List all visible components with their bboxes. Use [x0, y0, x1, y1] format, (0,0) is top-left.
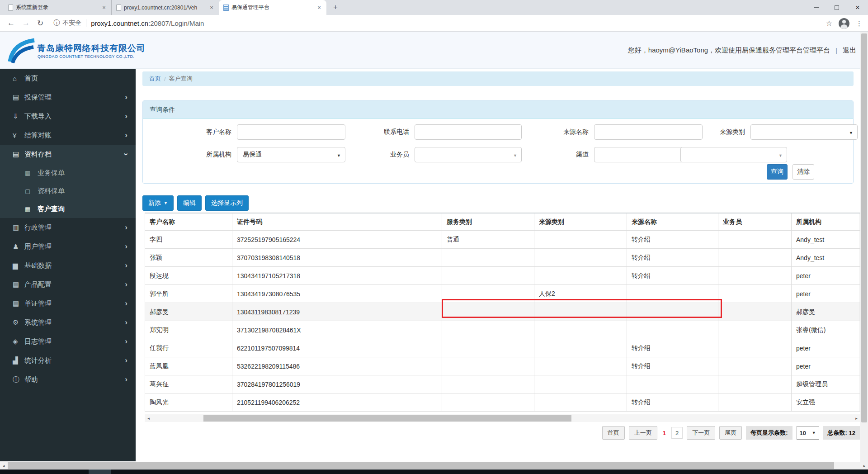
choose-columns-button[interactable]: 选择显示列: [205, 195, 249, 211]
table-row[interactable]: 郑宪明37130219870828461X张睿(微信): [145, 321, 860, 339]
table-row[interactable]: 任我行622101197507099814转介绍peter: [145, 339, 860, 357]
prev-page-button[interactable]: 上一页: [629, 426, 657, 440]
table-cell: [627, 285, 718, 303]
info-icon[interactable]: ⓘ: [53, 19, 60, 27]
url-path[interactable]: :20807/Login/Main: [148, 19, 204, 27]
bookmark-star-icon[interactable]: ☆: [826, 19, 832, 28]
sidebar-item-资料保单[interactable]: ▢资料保单: [0, 182, 136, 200]
reload-icon[interactable]: ↻: [37, 19, 43, 28]
browser-tab[interactable]: 易保通管理平台×: [219, 0, 326, 15]
table-row[interactable]: 郝彦旻130431198308171239郝彦旻: [145, 303, 860, 321]
sidebar-item-用户管理[interactable]: ♟用户管理›: [0, 237, 136, 256]
close-tab-icon[interactable]: ×: [316, 4, 323, 11]
url-host[interactable]: proxy1.countnet.cn: [91, 19, 148, 27]
next-page-button[interactable]: 下一页: [687, 426, 715, 440]
scrollbar-thumb[interactable]: [203, 415, 571, 422]
forward-icon[interactable]: →: [22, 19, 30, 28]
browser-tab[interactable]: proxy1.countnet.cn:20801/Veh×: [111, 0, 219, 15]
scrollbar-thumb[interactable]: [861, 33, 867, 422]
add-button[interactable]: 新添 ▼: [142, 195, 174, 211]
new-tab-button[interactable]: +: [329, 1, 342, 14]
scroll-left-icon[interactable]: ◂: [0, 462, 7, 469]
table-row[interactable]: 张颖370703198308140518转介绍Andy_test: [145, 249, 860, 267]
sidebar-item-产品配置[interactable]: ▤产品配置›: [0, 275, 136, 294]
windows-taskbar[interactable]: [0, 469, 868, 474]
profile-avatar[interactable]: [839, 18, 849, 29]
scrollbar-thumb[interactable]: [8, 462, 834, 469]
table-row[interactable]: 李四372525197905165224普通转介绍Andy_test: [145, 231, 860, 249]
taskbar-app-button[interactable]: [89, 469, 111, 474]
back-icon[interactable]: ←: [7, 19, 15, 28]
page-icon: [8, 5, 13, 11]
product-icon: ▤: [13, 280, 24, 289]
table-row[interactable]: 段运现130434197105217318转介绍peter: [145, 267, 860, 285]
sidebar-item-下载导入[interactable]: ⇓下载导入›: [0, 107, 136, 126]
per-page-select[interactable]: 10 ▼: [797, 426, 819, 440]
sidebar-item-label: 行政管理: [24, 223, 125, 232]
close-window-button[interactable]: ×: [847, 0, 868, 15]
sidebar-item-客户查询[interactable]: ▦客户查询: [0, 200, 136, 218]
channel-label: 渠道: [576, 151, 589, 159]
sidebar-item-基础数据[interactable]: ▆基础数据›: [0, 256, 136, 275]
channel-sub-select[interactable]: ▼: [680, 147, 787, 162]
table-row[interactable]: 郭平所130434197308076535人保2peter: [145, 285, 860, 303]
sidebar-item-投保管理[interactable]: ▤投保管理›: [0, 88, 136, 107]
table-cell: 130431198308171239: [232, 303, 442, 321]
breadcrumb-home-link[interactable]: 首页: [149, 75, 161, 83]
scroll-right-icon[interactable]: ▸: [853, 414, 860, 422]
sidebar-item-label: 资料存档: [24, 150, 125, 159]
sidebar-item-帮助[interactable]: ⓘ帮助›: [0, 370, 136, 389]
sidebar-item-结算对账[interactable]: ¥结算对账›: [0, 126, 136, 145]
sidebar-item-单证管理[interactable]: ▤单证管理›: [0, 294, 136, 313]
table-row[interactable]: 葛兴征370284197801256019超级管理员: [145, 375, 860, 393]
page-2-button[interactable]: 2: [671, 427, 683, 439]
current-page: 1: [661, 430, 667, 436]
maximize-button[interactable]: [826, 0, 847, 15]
search-button[interactable]: 查询: [767, 164, 788, 180]
logout-link[interactable]: 退出: [843, 46, 856, 55]
sidebar-item-资料存档[interactable]: ▤资料存档›: [0, 145, 136, 164]
table-cell: [534, 321, 627, 339]
sidebar-item-label: 结算对账: [24, 131, 125, 140]
policy-file-icon: ▤: [13, 93, 24, 101]
scroll-left-icon[interactable]: ◂: [145, 414, 152, 422]
source-type-label: 来源类别: [720, 128, 745, 136]
sidebar-item-日志管理[interactable]: ◈日志管理›: [0, 332, 136, 351]
help-icon: ⓘ: [13, 375, 24, 384]
clear-button[interactable]: 清除: [793, 164, 814, 180]
table-cell: 安立强: [792, 393, 859, 411]
total-count: 总条数: 12: [823, 426, 860, 440]
table-row[interactable]: 陶风光210521199406206252转介绍安立强: [145, 393, 860, 412]
sidebar-item-行政管理[interactable]: ▥行政管理›: [0, 218, 136, 237]
last-page-button[interactable]: 尾页: [719, 426, 742, 440]
scroll-right-icon[interactable]: ▸: [861, 462, 868, 469]
table-horizontal-scrollbar[interactable]: ◂ ▸: [145, 414, 860, 422]
source-type-select[interactable]: ▼: [750, 124, 858, 140]
sidebar-item-系统管理[interactable]: ⚙系统管理›: [0, 313, 136, 332]
sidebar-item-统计分析[interactable]: ▟统计分析›: [0, 351, 136, 370]
sidebar-item-label: 用户管理: [24, 242, 125, 251]
customer-name-input[interactable]: [237, 124, 345, 140]
first-page-button[interactable]: 首页: [602, 426, 625, 440]
close-tab-icon[interactable]: ×: [208, 4, 215, 11]
table-cell: 622101197507099814: [232, 339, 442, 357]
security-label[interactable]: 不安全: [62, 19, 81, 27]
table-cell: [534, 231, 627, 248]
page-horizontal-scrollbar[interactable]: ◂ ▸: [0, 462, 868, 469]
edit-button[interactable]: 编辑: [177, 195, 202, 211]
sidebar-item-首页[interactable]: ⌂首页: [0, 69, 136, 88]
chevron-right-icon: ›: [125, 299, 127, 308]
minimize-button[interactable]: [806, 0, 826, 15]
sidebar-item-业务保单[interactable]: ▦业务保单: [0, 164, 136, 182]
browser-tab[interactable]: 系统重新登录×: [4, 0, 111, 15]
chevron-right-icon: ›: [125, 261, 127, 270]
organization-select[interactable]: 易保通 ▼: [237, 147, 345, 162]
close-tab-icon[interactable]: ×: [100, 4, 108, 11]
page-vertical-scrollbar[interactable]: [860, 32, 868, 462]
table-cell: 532622198209115486: [232, 357, 442, 375]
table-cell: 转介绍: [627, 393, 718, 411]
chevron-right-icon: ›: [125, 337, 127, 346]
browser-menu-icon[interactable]: ⋮: [856, 19, 863, 28]
company-name-cn: 青岛康特网络科技有限公司: [37, 43, 146, 54]
table-row[interactable]: 蓝凤凰532622198209115486转介绍peter: [145, 357, 860, 375]
